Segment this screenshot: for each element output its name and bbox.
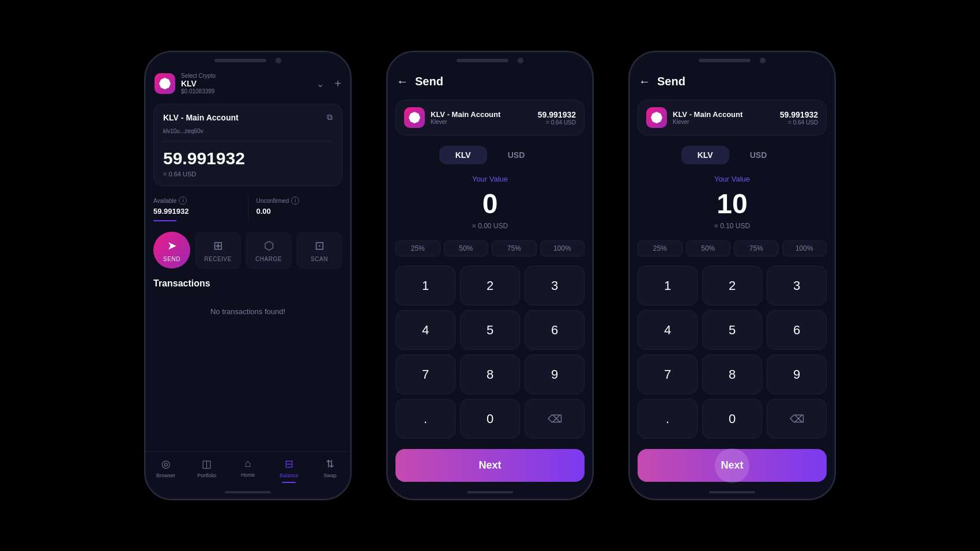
pct-50-btn-3[interactable]: 50%: [686, 240, 731, 256]
receive-label: RECEIVE: [204, 256, 231, 262]
add-icon[interactable]: +: [334, 77, 341, 90]
home-icon: ⌂: [245, 458, 251, 470]
num-4-btn-2[interactable]: 4: [395, 310, 455, 350]
home-indicator-3: [709, 491, 755, 493]
notch-pill-2: [457, 59, 508, 62]
usd-currency-btn-3[interactable]: USD: [734, 146, 783, 164]
nav-balance[interactable]: ⊟ Balance: [269, 458, 310, 483]
klv-icon: [154, 73, 175, 94]
next-label-2: Next: [478, 459, 501, 471]
value-display-2: 0: [395, 188, 585, 220]
camera-dot-2: [518, 58, 523, 63]
num-5-btn-2[interactable]: 5: [460, 310, 520, 350]
num-2-btn-3[interactable]: 2: [702, 266, 762, 305]
receive-button[interactable]: ⊞ RECEIVE: [195, 232, 241, 269]
klv-currency-btn-2[interactable]: KLV: [439, 146, 487, 164]
pct-75-btn-3[interactable]: 75%: [734, 240, 779, 256]
klv-icon-2: [404, 107, 425, 128]
num-0-btn-3[interactable]: 0: [702, 399, 762, 439]
send-title-3: Send: [657, 75, 685, 88]
next-button-2[interactable]: Next: [395, 449, 585, 482]
num-8-btn-2[interactable]: 8: [460, 354, 520, 394]
nav-balance-label: Balance: [280, 473, 299, 478]
browser-icon: ◎: [161, 458, 171, 470]
num-8-btn-3[interactable]: 8: [702, 354, 762, 394]
value-usd-3: = 0.10 USD: [638, 222, 827, 230]
num-9-btn-3[interactable]: 9: [767, 354, 827, 394]
portfolio-icon: ◫: [202, 458, 212, 470]
num-dot-btn-2[interactable]: .: [395, 399, 455, 439]
charge-icon: ⬡: [264, 239, 274, 252]
pct-25-btn-2[interactable]: 25%: [395, 240, 440, 256]
coin-price: $0.01083399: [181, 88, 311, 95]
camera-dot: [276, 58, 281, 63]
num-3-btn-2[interactable]: 3: [525, 266, 585, 305]
send-balance-usd-2: = 0.64 USD: [538, 119, 576, 126]
nav-swap[interactable]: ⇅ Swap: [310, 458, 350, 483]
num-2-btn-2[interactable]: 2: [460, 266, 520, 305]
numpad-2: 1 2 3 4 5 6 7 8 9 . 0 ⌫: [387, 261, 593, 443]
stats-row: Available i 59.991932 Unconfirmed i 0.00: [145, 191, 350, 227]
num-0-btn-2[interactable]: 0: [460, 399, 520, 439]
nav-portfolio[interactable]: ◫ Portfolio: [186, 458, 227, 483]
num-6-btn-2[interactable]: 6: [525, 310, 585, 350]
status-bar-3: [630, 52, 835, 63]
num-4-btn-3[interactable]: 4: [638, 310, 698, 350]
copy-icon[interactable]: ⧉: [327, 112, 333, 122]
pct-100-btn-3[interactable]: 100%: [782, 240, 827, 256]
num-5-btn-3[interactable]: 5: [702, 310, 762, 350]
num-7-btn-3[interactable]: 7: [638, 354, 698, 394]
klv-icon-3: [646, 107, 667, 128]
pct-75-btn-2[interactable]: 75%: [492, 240, 537, 256]
ripple-effect: [715, 448, 749, 483]
account-name: KLV - Main Account: [163, 113, 239, 122]
value-display-3: 10: [638, 188, 827, 220]
available-label: Available: [153, 198, 176, 204]
transactions-empty: No transactions found!: [153, 296, 342, 327]
usd-currency-btn-2[interactable]: USD: [492, 146, 541, 164]
currency-toggle-3: KLV USD: [630, 140, 835, 170]
unconfirmed-info-icon[interactable]: i: [291, 197, 299, 205]
phone-1: Select Crypto KLV $0.01083399 ⌄ + KLV - …: [144, 51, 352, 500]
nav-active-indicator: [282, 482, 296, 483]
num-9-btn-2[interactable]: 9: [525, 354, 585, 394]
value-usd-2: = 0.00 USD: [395, 222, 585, 230]
send-balance-usd-3: = 0.64 USD: [780, 119, 818, 126]
pct-100-btn-2[interactable]: 100%: [540, 240, 585, 256]
send-account-card-3: KLV - Main Account Klever 59.991932 = 0.…: [638, 100, 827, 135]
available-info-icon[interactable]: i: [179, 197, 187, 205]
klv-currency-btn-3[interactable]: KLV: [681, 146, 729, 164]
num-dot-btn-3[interactable]: .: [638, 399, 698, 439]
back-button-2[interactable]: ←: [397, 75, 408, 88]
stat-divider: [248, 197, 248, 221]
num-7-btn-2[interactable]: 7: [395, 354, 455, 394]
send-icon: ➤: [167, 239, 177, 252]
send-account-sub-3: Klever: [673, 119, 774, 125]
receive-icon: ⊞: [213, 239, 223, 252]
next-button-3[interactable]: Next: [638, 449, 827, 482]
nav-home[interactable]: ⌂ Home: [227, 458, 268, 483]
chevron-down-icon[interactable]: ⌄: [316, 78, 324, 89]
crypto-selector[interactable]: Select Crypto KLV $0.01083399 ⌄ +: [145, 68, 350, 99]
back-button-3[interactable]: ←: [639, 75, 650, 88]
divider: [163, 141, 333, 142]
nav-browser[interactable]: ◎ Browser: [145, 458, 186, 483]
pct-50-btn-2[interactable]: 50%: [444, 240, 489, 256]
num-1-btn-2[interactable]: 1: [395, 266, 455, 305]
send-balance-val-3: 59.991932: [780, 110, 818, 119]
delete-btn-3[interactable]: ⌫: [767, 399, 827, 439]
num-6-btn-3[interactable]: 6: [767, 310, 827, 350]
charge-button[interactable]: ⬡ CHARGE: [246, 232, 292, 269]
unconfirmed-value: 0.00: [257, 207, 343, 216]
pct-25-btn-3[interactable]: 25%: [638, 240, 683, 256]
available-bar: [153, 220, 176, 221]
num-1-btn-3[interactable]: 1: [638, 266, 698, 305]
scan-button[interactable]: ⊡ SCAN: [296, 232, 342, 269]
account-card: KLV - Main Account ⧉ klv10u...zeq60v 59.…: [153, 104, 342, 186]
send-button[interactable]: ➤ SEND: [153, 232, 190, 269]
num-3-btn-3[interactable]: 3: [767, 266, 827, 305]
notch-pill: [214, 59, 266, 62]
delete-btn-2[interactable]: ⌫: [525, 399, 585, 439]
send-account-card-2: KLV - Main Account Klever 59.991932 = 0.…: [395, 100, 585, 135]
send-account-balance-2: 59.991932 = 0.64 USD: [538, 110, 576, 126]
